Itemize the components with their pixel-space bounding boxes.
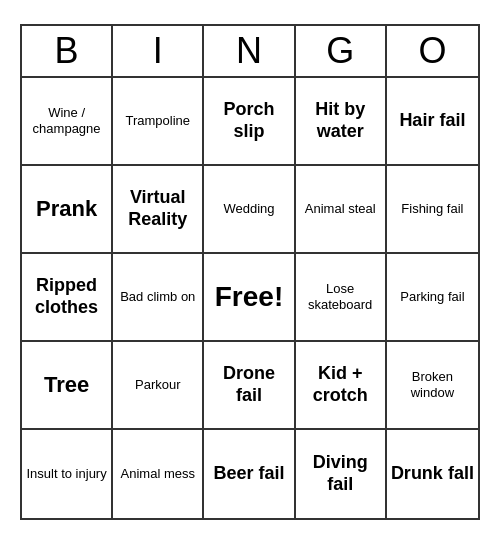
bingo-cell: Lose skateboard	[296, 254, 387, 342]
bingo-cell: Wedding	[204, 166, 295, 254]
bingo-cell: Trampoline	[113, 78, 204, 166]
bingo-cell: Bad climb on	[113, 254, 204, 342]
header-letter: O	[387, 26, 478, 76]
bingo-cell: Drunk fall	[387, 430, 478, 518]
bingo-cell: Hit by water	[296, 78, 387, 166]
bingo-cell: Animal steal	[296, 166, 387, 254]
bingo-cell: Ripped clothes	[22, 254, 113, 342]
bingo-cell: Wine / champagne	[22, 78, 113, 166]
header-letter: I	[113, 26, 204, 76]
bingo-cell: Parking fail	[387, 254, 478, 342]
bingo-cell: Beer fail	[204, 430, 295, 518]
header-letter: N	[204, 26, 295, 76]
header-letter: B	[22, 26, 113, 76]
bingo-header: BINGO	[22, 26, 478, 78]
bingo-cell: Parkour	[113, 342, 204, 430]
bingo-cell: Insult to injury	[22, 430, 113, 518]
bingo-cell: Porch slip	[204, 78, 295, 166]
bingo-cell: Fishing fail	[387, 166, 478, 254]
bingo-cell: Diving fail	[296, 430, 387, 518]
bingo-cell: Free!	[204, 254, 295, 342]
header-letter: G	[296, 26, 387, 76]
bingo-card: BINGO Wine / champagneTrampolinePorch sl…	[20, 24, 480, 520]
bingo-cell: Virtual Reality	[113, 166, 204, 254]
bingo-grid: Wine / champagneTrampolinePorch slipHit …	[22, 78, 478, 518]
bingo-cell: Drone fail	[204, 342, 295, 430]
bingo-cell: Tree	[22, 342, 113, 430]
bingo-cell: Kid + crotch	[296, 342, 387, 430]
bingo-cell: Prank	[22, 166, 113, 254]
bingo-cell: Animal mess	[113, 430, 204, 518]
bingo-cell: Hair fail	[387, 78, 478, 166]
bingo-cell: Broken window	[387, 342, 478, 430]
